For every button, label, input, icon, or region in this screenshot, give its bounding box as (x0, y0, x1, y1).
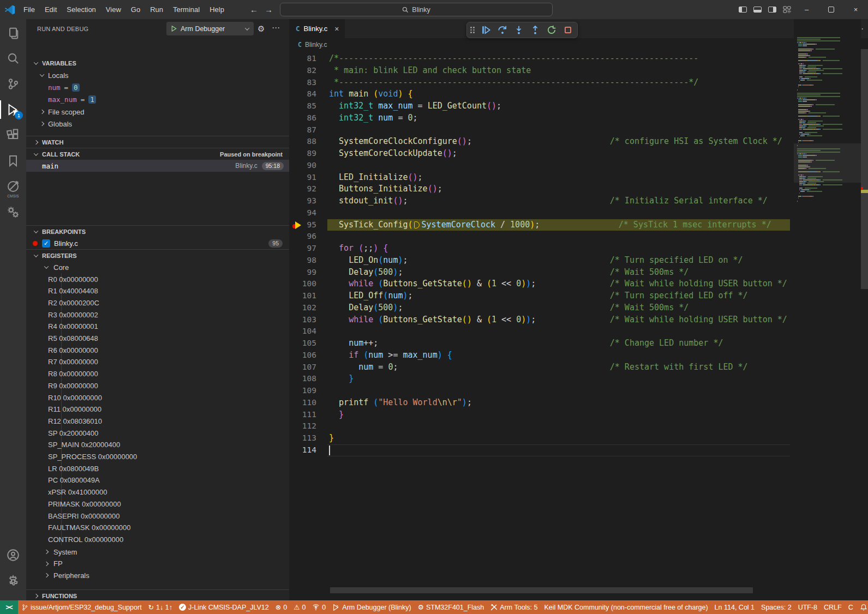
code-line[interactable]: 105 num++; /* Change LED number */ (289, 338, 794, 350)
line-number[interactable]: 89 (289, 148, 316, 160)
code-line[interactable]: 97 for (;;) { (289, 243, 794, 255)
breakpoint-row[interactable]: ✓Blinky.c95 (26, 237, 289, 249)
line-number[interactable]: 104 (289, 326, 316, 338)
registers-group-system[interactable]: System (26, 546, 289, 558)
activity-item-embedded-tools[interactable] (0, 200, 26, 225)
inline-breakpoint-hint-icon[interactable] (414, 221, 420, 228)
activity-item-cmsis[interactable]: CMSIS (0, 174, 26, 199)
minimap-slider[interactable] (794, 143, 861, 183)
status-item-1-1-[interactable]: ↻1↓ 1↑ (145, 600, 176, 614)
line-number[interactable]: 98 (289, 255, 316, 267)
code-line[interactable]: 106 if (num >= max_num) { (289, 350, 794, 362)
maximize-button[interactable] (819, 0, 843, 19)
code-line[interactable]: 85 int32_t max_num = LED_GetCount(); (289, 100, 794, 112)
variable-row[interactable]: max_num=1 (26, 93, 289, 105)
register-row[interactable]: R7 0x00000000 (26, 356, 289, 368)
status-item-spaces-2[interactable]: Spaces: 2 (758, 600, 795, 614)
back-icon[interactable]: ← (250, 5, 258, 14)
line-number[interactable]: 108 (289, 373, 316, 385)
code-line[interactable]: 103 while (Buttons_GetState() & (1 << 0)… (289, 314, 794, 326)
menu-item-run[interactable]: Run (145, 3, 168, 16)
line-number[interactable]: 94 (289, 207, 316, 219)
remote-indicator[interactable]: >< (0, 600, 18, 614)
line-number[interactable]: 86 (289, 112, 316, 124)
code-line[interactable]: 83 *------------------------------------… (289, 77, 794, 89)
code-line[interactable]: 82 * main: blink LED and check button st… (289, 65, 794, 77)
editor-horizontal-scrollbar[interactable] (330, 587, 753, 593)
toggle-panel-icon[interactable] (750, 0, 765, 19)
register-row[interactable]: SP_MAIN 0x20000400 (26, 439, 289, 451)
activity-item-run-and-debug[interactable]: 1 (0, 97, 26, 122)
status-item-arm-debugger-blinky-[interactable]: Arm Debugger (Blinky) (329, 600, 414, 614)
register-row[interactable]: CONTROL 0x00000000 (26, 533, 289, 545)
code-line[interactable]: 100 while (Buttons_GetState() & (1 << 0)… (289, 278, 794, 290)
line-number[interactable]: 97 (289, 243, 316, 255)
register-row[interactable]: R10 0x00000000 (26, 392, 289, 404)
code-line[interactable]: 95 SysTick_Config(SystemCoreClock / 1000… (289, 219, 794, 231)
status-item-bell[interactable] (857, 600, 868, 614)
code-line[interactable]: 89 SystemCoreClockUpdate(); (289, 148, 794, 160)
section-functions[interactable]: FUNCTIONS (26, 589, 289, 600)
views-more-actions-icon[interactable]: ⋯ (272, 23, 280, 33)
line-number[interactable]: 88 (289, 136, 316, 148)
register-row[interactable]: R4 0x00000001 (26, 321, 289, 333)
code-line[interactable]: 112 (289, 420, 794, 432)
register-row[interactable]: R3 0x00000002 (26, 309, 289, 321)
close-window-button[interactable]: × (843, 0, 868, 19)
menu-item-selection[interactable]: Selection (62, 3, 100, 16)
line-number[interactable]: 85 (289, 100, 316, 112)
toggle-secondary-sidebar-icon[interactable] (765, 0, 780, 19)
line-number[interactable]: 84 (289, 88, 316, 100)
line-number[interactable]: 110 (289, 397, 316, 409)
status-item-utf-8[interactable]: UTF-8 (795, 600, 821, 614)
customize-layout-icon[interactable] (780, 0, 794, 19)
registers-group-fp[interactable]: FP (26, 558, 289, 570)
toggle-primary-sidebar-icon[interactable] (735, 0, 750, 19)
line-number[interactable]: 114 (289, 444, 316, 456)
code-line[interactable]: 99 Delay(500); /* Wait 500ms */ (289, 267, 794, 279)
code-area[interactable]: 81/*------------------------------------… (289, 53, 794, 593)
code-line[interactable]: 102 Delay(500); /* Wait 500ms */ (289, 302, 794, 314)
line-number[interactable]: 96 (289, 231, 316, 243)
code-line[interactable]: 104 (289, 326, 794, 338)
line-number[interactable]: 101 (289, 290, 316, 302)
code-line[interactable]: 108 } (289, 373, 794, 385)
menu-item-go[interactable]: Go (126, 3, 145, 16)
line-number[interactable]: 99 (289, 267, 316, 279)
line-number[interactable]: 87 (289, 124, 316, 136)
status-item-arm-tools-5[interactable]: Arm Tools: 5 (487, 600, 541, 614)
line-number[interactable]: 113 (289, 432, 316, 444)
menu-item-help[interactable]: Help (205, 3, 229, 16)
line-number[interactable]: 109 (289, 385, 316, 397)
debug-stop-button[interactable] (562, 23, 574, 37)
line-number[interactable]: 103 (289, 314, 316, 326)
code-line[interactable]: 94 (289, 207, 794, 219)
code-line[interactable]: 84int main (void) { (289, 88, 794, 100)
variables-scope-file-scoped[interactable]: File scoped (26, 106, 289, 118)
register-row[interactable]: R0 0x00000000 (26, 273, 289, 285)
register-row[interactable]: R8 0x00000000 (26, 368, 289, 380)
register-row[interactable]: SP_PROCESS 0x00000000 (26, 451, 289, 463)
breakpoint-checkbox[interactable]: ✓ (42, 239, 50, 248)
debug-settings-gear-icon[interactable]: ⚙ (258, 24, 265, 34)
line-number[interactable]: 111 (289, 409, 316, 421)
register-row[interactable]: R11 0x00000000 (26, 404, 289, 416)
breadcrumb-file[interactable]: Blinky.c (305, 41, 327, 49)
toolbar-drag-handle[interactable] (470, 27, 475, 33)
register-row[interactable]: BASEPRI 0x00000000 (26, 510, 289, 522)
code-line[interactable]: 113} (289, 432, 794, 444)
forward-icon[interactable]: → (265, 5, 273, 14)
status-item-0[interactable]: ⚠0 (290, 600, 309, 614)
activity-item-accounts[interactable] (0, 543, 26, 568)
minimap[interactable] (794, 19, 861, 593)
variables-scope-globals[interactable]: Globals (26, 118, 289, 130)
activity-item-bookmarks[interactable] (0, 148, 26, 173)
code-line[interactable]: 107 num = 0; /* Restart with first LED *… (289, 362, 794, 374)
line-number[interactable]: 91 (289, 172, 316, 184)
debug-step-over-button[interactable] (496, 23, 508, 37)
register-row[interactable]: LR 0x0800049B (26, 462, 289, 474)
code-line[interactable]: 81/*------------------------------------… (289, 53, 794, 65)
register-row[interactable]: R1 0x40004408 (26, 285, 289, 297)
section-breakpoints[interactable]: BREAKPOINTS (26, 225, 289, 237)
activity-item-explorer[interactable] (0, 20, 26, 45)
